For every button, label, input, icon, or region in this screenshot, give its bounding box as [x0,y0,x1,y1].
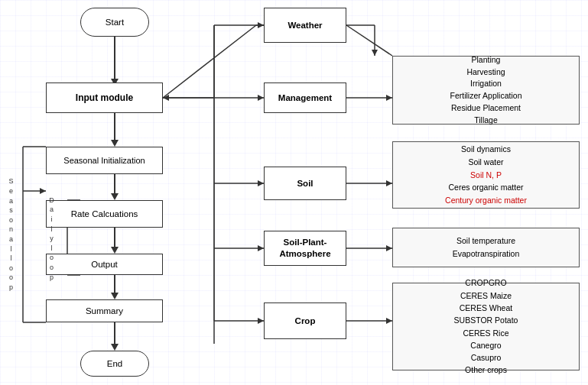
crop-info-text1: CROPGRO [465,277,506,289]
end-node: End [80,351,149,377]
soil-info-red1: Soil N, P [470,169,502,182]
crop-info-text6: Canegro [470,339,501,351]
crop-info-text5: CERES Rice [463,327,508,339]
svg-marker-33 [258,180,264,186]
svg-line-41 [346,25,392,56]
crop-info-text2: CERES Maize [460,290,512,302]
soil-info-red2: Century organic matter [445,194,527,207]
start-node: Start [80,8,149,37]
management-node: Management [264,82,346,113]
svg-marker-48 [386,180,392,186]
soil-node: Soil [264,167,346,200]
svg-marker-46 [386,95,392,101]
crop-info-box: CROPGRO CERES Maize CERES Wheat SUBSTOR … [392,283,580,370]
weather-node: Weather [264,8,346,43]
flowchart-diagram: Start Input module Seasonal Initializati… [0,0,588,385]
summary-node: Summary [46,299,163,322]
svg-marker-21 [40,188,46,194]
svg-marker-27 [258,22,264,28]
spa-node: Soil-Plant- Atmosphere [264,231,346,266]
management-info-box: PlantingHarvestingIrrigationFertilizer A… [392,56,580,125]
svg-marker-11 [111,344,119,351]
svg-marker-9 [111,293,119,299]
svg-marker-29 [258,95,264,101]
svg-marker-39 [258,318,264,324]
crop-node: Crop [264,302,346,339]
svg-marker-44 [372,50,378,56]
seasonal-loop-label: S e a s o n a l l o o p [4,147,19,322]
svg-marker-50 [386,245,392,251]
spa-info-text1: Soil temperature [456,235,515,247]
crop-info-text8: Other crops [465,364,507,376]
crop-info-text3: CERES Wheat [460,302,512,314]
soil-info-normal1: Soil dynamics [461,143,511,156]
svg-marker-3 [111,140,119,147]
crop-info-text4: SUBSTOR Potato [454,314,518,326]
spa-info-box: Soil temperature Evapotranspiration [392,228,580,267]
svg-marker-30 [163,95,169,101]
spa-info-text2: Evapotranspiration [453,247,520,260]
rate-calc-node: Rate Calcuations [46,200,163,228]
soil-info-box: Soil dynamics Soil water Soil N, P Ceres… [392,141,580,209]
svg-marker-5 [111,193,119,200]
svg-marker-7 [111,247,119,254]
daily-loop-label: D a i l y l o o p [46,202,57,275]
input-module-node: Input module [46,82,163,113]
output-node: Output [46,254,163,275]
soil-info-normal2: Soil water [468,156,503,169]
svg-marker-52 [386,318,392,324]
soil-info-normal3: Ceres organic matter [448,181,523,194]
svg-marker-36 [258,245,264,251]
management-info-text: PlantingHarvestingIrrigationFertilizer A… [450,54,522,127]
svg-line-22 [163,25,256,98]
crop-info-text7: Casupro [471,351,502,364]
seasonal-init-node: Seasonal Initialization [46,147,163,174]
